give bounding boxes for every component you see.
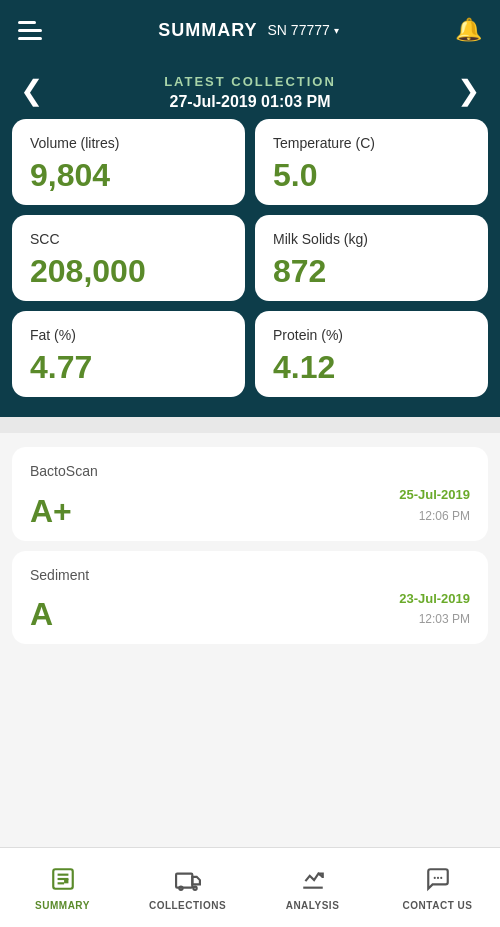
metric-card: Protein (%) 4.12 xyxy=(255,311,488,397)
section-divider xyxy=(0,417,500,433)
sn-label: SN 77777 xyxy=(268,22,330,38)
svg-point-11 xyxy=(440,877,442,879)
quality-date: 23-Jul-201912:03 PM xyxy=(399,589,470,631)
svg-point-10 xyxy=(436,877,438,879)
app-header: SUMMARY SN 77777 ▾ 🔔 xyxy=(0,0,500,60)
nav-item-summary[interactable]: SUMMARY xyxy=(0,848,125,927)
metric-label: Milk Solids (kg) xyxy=(273,231,470,247)
latest-collection-banner: LATEST COLLECTION 27-Jul-2019 01:03 PM xyxy=(42,60,458,119)
metrics-grid: Volume (litres) 9,804 Temperature (C) 5.… xyxy=(12,119,488,397)
banner-title: LATEST COLLECTION xyxy=(42,74,458,89)
hamburger-menu-button[interactable] xyxy=(18,21,42,40)
quality-label: BactoScan xyxy=(30,463,470,479)
truck-icon xyxy=(175,866,201,896)
metric-label: Temperature (C) xyxy=(273,135,470,151)
next-collection-button[interactable]: ❯ xyxy=(449,65,488,114)
bottom-nav: SUMMARY COLLECTIONS ANALYSIS CONTACT US xyxy=(0,847,500,927)
banner-date: 27-Jul-2019 01:03 PM xyxy=(42,93,458,111)
top-section: ❮ LATEST COLLECTION 27-Jul-2019 01:03 PM… xyxy=(0,60,500,417)
quality-label: Sediment xyxy=(30,567,470,583)
metric-label: SCC xyxy=(30,231,227,247)
prev-collection-button[interactable]: ❮ xyxy=(12,65,51,114)
collection-banner-wrapper: ❮ LATEST COLLECTION 27-Jul-2019 01:03 PM… xyxy=(12,60,488,119)
svg-point-9 xyxy=(433,877,435,879)
nav-item-analysis[interactable]: ANALYSIS xyxy=(250,848,375,927)
bottom-section: BactoScan A+ 25-Jul-201912:06 PM Sedimen… xyxy=(0,433,500,847)
nav-item-contact-us[interactable]: CONTACT US xyxy=(375,848,500,927)
metric-card: Milk Solids (kg) 872 xyxy=(255,215,488,301)
metric-card: Temperature (C) 5.0 xyxy=(255,119,488,205)
metric-value: 5.0 xyxy=(273,159,470,191)
nav-label: COLLECTIONS xyxy=(149,900,226,911)
metric-value: 4.77 xyxy=(30,351,227,383)
metric-label: Fat (%) xyxy=(30,327,227,343)
quality-value: A xyxy=(30,598,53,630)
quality-date: 25-Jul-201912:06 PM xyxy=(399,485,470,527)
notification-bell-icon[interactable]: 🔔 xyxy=(455,17,482,43)
nav-label: ANALYSIS xyxy=(286,900,340,911)
sn-selector-button[interactable]: SN 77777 ▾ xyxy=(268,22,339,38)
metric-card: Fat (%) 4.77 xyxy=(12,311,245,397)
metric-value: 208,000 xyxy=(30,255,227,287)
metric-card: SCC 208,000 xyxy=(12,215,245,301)
svg-rect-4 xyxy=(64,879,68,883)
page-title: SUMMARY xyxy=(158,20,257,41)
metric-card: Volume (litres) 9,804 xyxy=(12,119,245,205)
quality-value: A+ xyxy=(30,495,72,527)
nav-label: CONTACT US xyxy=(403,900,473,911)
chart-icon xyxy=(300,866,326,896)
svg-rect-5 xyxy=(176,874,192,888)
metric-label: Volume (litres) xyxy=(30,135,227,151)
nav-label: SUMMARY xyxy=(35,900,90,911)
newspaper-icon xyxy=(50,866,76,896)
header-center: SUMMARY SN 77777 ▾ xyxy=(158,20,339,41)
metric-value: 4.12 xyxy=(273,351,470,383)
metric-value: 9,804 xyxy=(30,159,227,191)
nav-item-collections[interactable]: COLLECTIONS xyxy=(125,848,250,927)
quality-card: BactoScan A+ 25-Jul-201912:06 PM xyxy=(12,447,488,541)
chat-icon xyxy=(425,866,451,896)
metric-value: 872 xyxy=(273,255,470,287)
quality-time: 12:03 PM xyxy=(419,612,470,626)
metric-label: Protein (%) xyxy=(273,327,470,343)
quality-time: 12:06 PM xyxy=(419,509,470,523)
quality-card: Sediment A 23-Jul-201912:03 PM xyxy=(12,551,488,645)
chevron-down-icon: ▾ xyxy=(334,25,339,36)
svg-point-7 xyxy=(193,887,196,890)
